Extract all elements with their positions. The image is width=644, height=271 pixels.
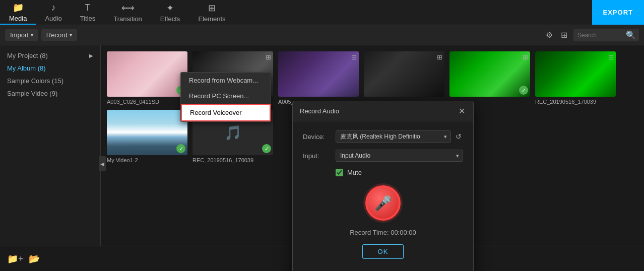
record-btn-wrap: 🎤 <box>303 185 463 221</box>
record-time-label: Record Time: <box>350 229 389 236</box>
dialog-header: Record Audio ✕ <box>293 101 473 121</box>
nav-audio[interactable]: ♪ Audio <box>36 0 71 25</box>
toolbar: Import ▾ Record ▾ ⚙ ⊞ 🔍 <box>0 25 644 45</box>
import-chevron-icon: ▾ <box>31 32 33 38</box>
filter-icon: ⚙ <box>546 31 553 39</box>
nav-effects-label: Effects <box>160 15 180 23</box>
input-select[interactable]: Input Audio <box>336 150 463 162</box>
new-folder-icon: 📂 <box>29 254 40 264</box>
nav-media[interactable]: 📁 Media <box>0 0 36 25</box>
main-content: My Project (8) ▶ My Album (8) Sample Col… <box>0 45 644 246</box>
device-refresh-button[interactable]: ↺ <box>454 131 463 142</box>
record-time-value: 00:00:00 <box>391 229 416 236</box>
record-mic-button[interactable]: 🎤 <box>365 185 401 221</box>
import-button[interactable]: Import ▾ <box>5 29 38 41</box>
nav-titles[interactable]: T Titles <box>71 0 105 25</box>
elements-icon: ⊞ <box>208 3 216 14</box>
input-select-container: Input Audio <box>336 150 463 162</box>
search-input[interactable] <box>577 32 623 39</box>
audio-icon: ♪ <box>51 3 56 13</box>
new-folder-button[interactable]: 📂 <box>29 253 40 264</box>
grid-view-icon-button[interactable]: ⊞ <box>559 28 569 42</box>
record-button[interactable]: Record ▾ <box>41 29 77 41</box>
device-select-container: 麦克风 (Realtek High Definitio <box>336 130 451 143</box>
top-nav: 📁 Media ♪ Audio T Titles ⟷ Transition ✦ … <box>0 0 644 25</box>
record-time: Record Time: 00:00:00 <box>303 229 463 236</box>
input-label: Input: <box>303 152 331 160</box>
record-chevron-icon: ▾ <box>70 32 72 38</box>
dialog-close-button[interactable]: ✕ <box>458 106 466 116</box>
device-select[interactable]: 麦克风 (Realtek High Definitio <box>336 130 451 143</box>
filter-icon-button[interactable]: ⚙ <box>544 28 555 42</box>
add-folder-button[interactable]: 📁+ <box>7 253 24 264</box>
media-icon: 📁 <box>13 2 24 13</box>
nav-audio-label: Audio <box>45 15 61 22</box>
nav-elements[interactable]: ⊞ Elements <box>189 0 234 25</box>
nav-effects[interactable]: ✦ Effects <box>151 0 189 25</box>
nav-transition[interactable]: ⟷ Transition <box>104 0 151 25</box>
dialog-body: Device: 麦克风 (Realtek High Definitio ↺ In… <box>293 121 473 271</box>
mute-checkbox[interactable] <box>336 169 343 176</box>
nav-transition-label: Transition <box>113 15 142 23</box>
transition-icon: ⟷ <box>121 3 135 14</box>
record-audio-dialog: Record Audio ✕ Device: 麦克风 (Realtek High… <box>292 101 474 271</box>
search-icon: 🔍 <box>626 30 636 40</box>
mute-label: Mute <box>347 169 362 176</box>
search-box: 🔍 <box>573 29 639 41</box>
mute-row: Mute <box>336 169 463 176</box>
titles-icon: T <box>85 3 90 13</box>
device-row: Device: 麦克风 (Realtek High Definitio ↺ <box>303 130 463 143</box>
toolbar-right: ⚙ ⊞ 🔍 <box>544 28 639 42</box>
dialog-overlay: Record Audio ✕ Device: 麦克风 (Realtek High… <box>0 45 644 246</box>
dialog-footer: OK <box>303 244 463 268</box>
microphone-icon: 🎤 <box>374 195 392 212</box>
dialog-title: Record Audio <box>300 107 339 115</box>
nav-titles-label: Titles <box>80 15 96 22</box>
add-folder-icon: 📁+ <box>7 254 24 264</box>
nav-elements-label: Elements <box>198 15 225 23</box>
effects-icon: ✦ <box>166 3 174 14</box>
input-row: Input: Input Audio <box>303 150 463 162</box>
device-select-wrap: 麦克风 (Realtek High Definitio ↺ <box>336 130 463 143</box>
nav-media-label: Media <box>9 15 27 22</box>
grid-view-icon: ⊞ <box>561 31 567 39</box>
record-label: Record <box>46 31 68 39</box>
ok-button[interactable]: OK <box>362 244 404 259</box>
device-label: Device: <box>303 133 331 141</box>
import-label: Import <box>10 31 29 39</box>
export-button[interactable]: EXPORT <box>592 0 644 25</box>
